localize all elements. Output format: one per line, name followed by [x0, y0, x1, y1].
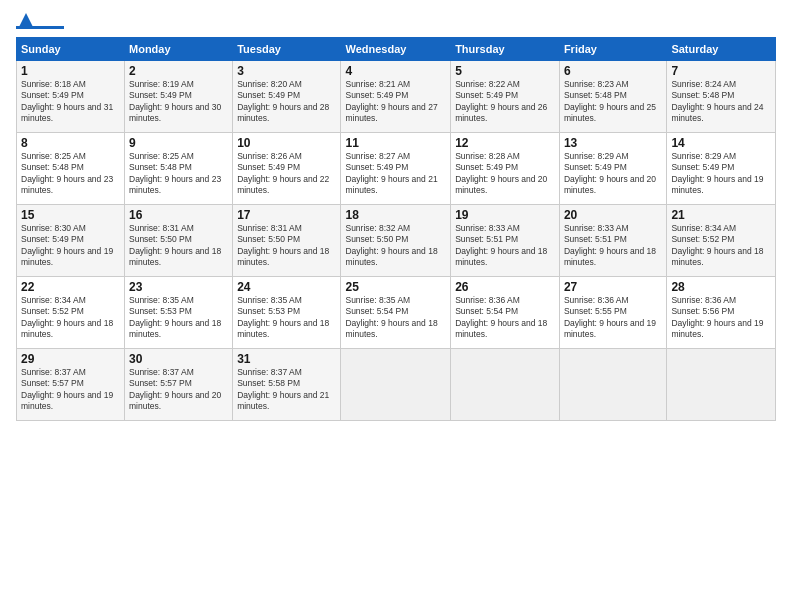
day-detail: Sunrise: 8:30 AMSunset: 5:49 PMDaylight:…: [21, 223, 120, 269]
day-number: 17: [237, 208, 336, 222]
day-detail: Sunrise: 8:37 AMSunset: 5:57 PMDaylight:…: [129, 367, 228, 413]
calendar-cell: 1 Sunrise: 8:18 AMSunset: 5:49 PMDayligh…: [17, 61, 125, 133]
calendar-cell: 29 Sunrise: 8:37 AMSunset: 5:57 PMDaylig…: [17, 349, 125, 421]
calendar-cell: 3 Sunrise: 8:20 AMSunset: 5:49 PMDayligh…: [233, 61, 341, 133]
day-number: 20: [564, 208, 662, 222]
day-number: 7: [671, 64, 771, 78]
calendar-cell: 26 Sunrise: 8:36 AMSunset: 5:54 PMDaylig…: [451, 277, 560, 349]
col-header-friday: Friday: [559, 38, 666, 61]
calendar-cell: 13 Sunrise: 8:29 AMSunset: 5:49 PMDaylig…: [559, 133, 666, 205]
col-header-thursday: Thursday: [451, 38, 560, 61]
day-number: 9: [129, 136, 228, 150]
day-detail: Sunrise: 8:33 AMSunset: 5:51 PMDaylight:…: [455, 223, 555, 269]
day-detail: Sunrise: 8:23 AMSunset: 5:48 PMDaylight:…: [564, 79, 662, 125]
day-number: 1: [21, 64, 120, 78]
calendar-cell: 2 Sunrise: 8:19 AMSunset: 5:49 PMDayligh…: [125, 61, 233, 133]
calendar-cell: 17 Sunrise: 8:31 AMSunset: 5:50 PMDaylig…: [233, 205, 341, 277]
day-detail: Sunrise: 8:22 AMSunset: 5:49 PMDaylight:…: [455, 79, 555, 125]
day-number: 5: [455, 64, 555, 78]
day-detail: Sunrise: 8:31 AMSunset: 5:50 PMDaylight:…: [237, 223, 336, 269]
day-number: 26: [455, 280, 555, 294]
day-number: 8: [21, 136, 120, 150]
week-row-3: 15 Sunrise: 8:30 AMSunset: 5:49 PMDaylig…: [17, 205, 776, 277]
day-number: 28: [671, 280, 771, 294]
day-detail: Sunrise: 8:34 AMSunset: 5:52 PMDaylight:…: [671, 223, 771, 269]
day-number: 11: [345, 136, 446, 150]
calendar-cell: 14 Sunrise: 8:29 AMSunset: 5:49 PMDaylig…: [667, 133, 776, 205]
calendar-cell: 28 Sunrise: 8:36 AMSunset: 5:56 PMDaylig…: [667, 277, 776, 349]
day-number: 24: [237, 280, 336, 294]
calendar-cell: [451, 349, 560, 421]
day-detail: Sunrise: 8:37 AMSunset: 5:57 PMDaylight:…: [21, 367, 120, 413]
day-number: 29: [21, 352, 120, 366]
day-detail: Sunrise: 8:18 AMSunset: 5:49 PMDaylight:…: [21, 79, 120, 125]
day-number: 13: [564, 136, 662, 150]
calendar-cell: 11 Sunrise: 8:27 AMSunset: 5:49 PMDaylig…: [341, 133, 451, 205]
calendar-cell: 30 Sunrise: 8:37 AMSunset: 5:57 PMDaylig…: [125, 349, 233, 421]
calendar-cell: 18 Sunrise: 8:32 AMSunset: 5:50 PMDaylig…: [341, 205, 451, 277]
week-row-2: 8 Sunrise: 8:25 AMSunset: 5:48 PMDayligh…: [17, 133, 776, 205]
day-detail: Sunrise: 8:29 AMSunset: 5:49 PMDaylight:…: [671, 151, 771, 197]
week-row-5: 29 Sunrise: 8:37 AMSunset: 5:57 PMDaylig…: [17, 349, 776, 421]
day-number: 16: [129, 208, 228, 222]
logo: [16, 12, 66, 29]
col-header-wednesday: Wednesday: [341, 38, 451, 61]
calendar-cell: 27 Sunrise: 8:36 AMSunset: 5:55 PMDaylig…: [559, 277, 666, 349]
day-number: 21: [671, 208, 771, 222]
day-number: 15: [21, 208, 120, 222]
day-detail: Sunrise: 8:25 AMSunset: 5:48 PMDaylight:…: [129, 151, 228, 197]
calendar-cell: 15 Sunrise: 8:30 AMSunset: 5:49 PMDaylig…: [17, 205, 125, 277]
day-detail: Sunrise: 8:31 AMSunset: 5:50 PMDaylight:…: [129, 223, 228, 269]
day-number: 25: [345, 280, 446, 294]
day-detail: Sunrise: 8:35 AMSunset: 5:53 PMDaylight:…: [237, 295, 336, 341]
calendar-cell: 8 Sunrise: 8:25 AMSunset: 5:48 PMDayligh…: [17, 133, 125, 205]
calendar-cell: 21 Sunrise: 8:34 AMSunset: 5:52 PMDaylig…: [667, 205, 776, 277]
day-detail: Sunrise: 8:32 AMSunset: 5:50 PMDaylight:…: [345, 223, 446, 269]
day-detail: Sunrise: 8:35 AMSunset: 5:53 PMDaylight:…: [129, 295, 228, 341]
calendar-cell: 4 Sunrise: 8:21 AMSunset: 5:49 PMDayligh…: [341, 61, 451, 133]
day-number: 12: [455, 136, 555, 150]
day-number: 23: [129, 280, 228, 294]
col-header-saturday: Saturday: [667, 38, 776, 61]
calendar-cell: 9 Sunrise: 8:25 AMSunset: 5:48 PMDayligh…: [125, 133, 233, 205]
calendar-cell: 6 Sunrise: 8:23 AMSunset: 5:48 PMDayligh…: [559, 61, 666, 133]
day-number: 4: [345, 64, 446, 78]
day-detail: Sunrise: 8:35 AMSunset: 5:54 PMDaylight:…: [345, 295, 446, 341]
day-number: 27: [564, 280, 662, 294]
day-detail: Sunrise: 8:27 AMSunset: 5:49 PMDaylight:…: [345, 151, 446, 197]
day-detail: Sunrise: 8:26 AMSunset: 5:49 PMDaylight:…: [237, 151, 336, 197]
logo-line: [16, 26, 64, 29]
day-detail: Sunrise: 8:21 AMSunset: 5:49 PMDaylight:…: [345, 79, 446, 125]
day-detail: Sunrise: 8:28 AMSunset: 5:49 PMDaylight:…: [455, 151, 555, 197]
day-detail: Sunrise: 8:19 AMSunset: 5:49 PMDaylight:…: [129, 79, 228, 125]
day-number: 14: [671, 136, 771, 150]
col-header-tuesday: Tuesday: [233, 38, 341, 61]
calendar-cell: 20 Sunrise: 8:33 AMSunset: 5:51 PMDaylig…: [559, 205, 666, 277]
day-detail: Sunrise: 8:36 AMSunset: 5:54 PMDaylight:…: [455, 295, 555, 341]
col-header-sunday: Sunday: [17, 38, 125, 61]
calendar-cell: 10 Sunrise: 8:26 AMSunset: 5:49 PMDaylig…: [233, 133, 341, 205]
page-container: SundayMondayTuesdayWednesdayThursdayFrid…: [0, 0, 792, 429]
day-number: 6: [564, 64, 662, 78]
day-detail: Sunrise: 8:20 AMSunset: 5:49 PMDaylight:…: [237, 79, 336, 125]
calendar-cell: 16 Sunrise: 8:31 AMSunset: 5:50 PMDaylig…: [125, 205, 233, 277]
day-number: 22: [21, 280, 120, 294]
week-row-1: 1 Sunrise: 8:18 AMSunset: 5:49 PMDayligh…: [17, 61, 776, 133]
day-detail: Sunrise: 8:24 AMSunset: 5:48 PMDaylight:…: [671, 79, 771, 125]
day-detail: Sunrise: 8:36 AMSunset: 5:55 PMDaylight:…: [564, 295, 662, 341]
day-number: 10: [237, 136, 336, 150]
day-number: 2: [129, 64, 228, 78]
calendar-cell: 7 Sunrise: 8:24 AMSunset: 5:48 PMDayligh…: [667, 61, 776, 133]
calendar-cell: 23 Sunrise: 8:35 AMSunset: 5:53 PMDaylig…: [125, 277, 233, 349]
day-number: 19: [455, 208, 555, 222]
day-detail: Sunrise: 8:25 AMSunset: 5:48 PMDaylight:…: [21, 151, 120, 197]
day-detail: Sunrise: 8:36 AMSunset: 5:56 PMDaylight:…: [671, 295, 771, 341]
day-number: 18: [345, 208, 446, 222]
day-detail: Sunrise: 8:34 AMSunset: 5:52 PMDaylight:…: [21, 295, 120, 341]
calendar-cell: 12 Sunrise: 8:28 AMSunset: 5:49 PMDaylig…: [451, 133, 560, 205]
calendar-cell: 31 Sunrise: 8:37 AMSunset: 5:58 PMDaylig…: [233, 349, 341, 421]
day-number: 3: [237, 64, 336, 78]
calendar-cell: 22 Sunrise: 8:34 AMSunset: 5:52 PMDaylig…: [17, 277, 125, 349]
calendar-cell: [341, 349, 451, 421]
day-number: 30: [129, 352, 228, 366]
